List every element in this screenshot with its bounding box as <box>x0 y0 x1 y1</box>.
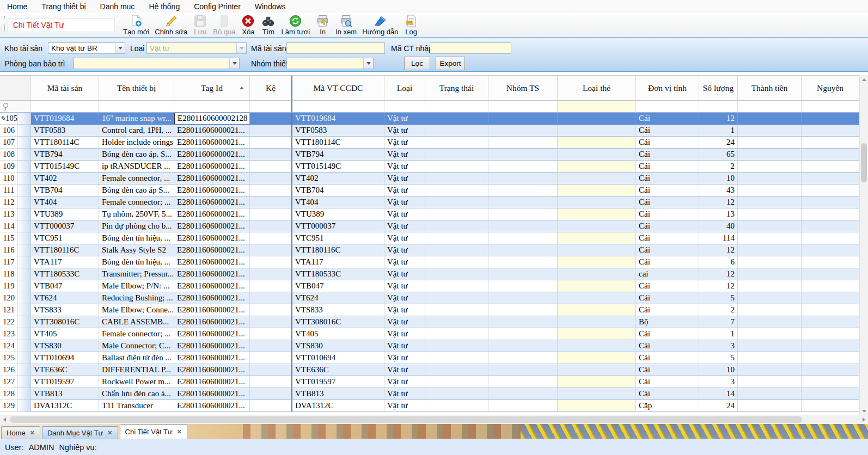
cell-nhom-ts[interactable] <box>488 113 558 125</box>
cell-thanh-tien[interactable] <box>738 352 802 364</box>
table-row[interactable]: 128VTB813Chấn lưu đèn cao á...E280116060… <box>0 388 859 400</box>
cell-so-luong[interactable]: 6 <box>699 256 738 268</box>
chevron-down-icon[interactable] <box>115 43 125 53</box>
cell-nguyen[interactable] <box>802 220 859 232</box>
cell-loai-the[interactable] <box>558 340 636 352</box>
cell-trang-thai[interactable] <box>425 316 488 328</box>
cell-ten-thiet-bi[interactable]: Female connector, ... <box>99 173 174 185</box>
close-icon[interactable]: ✕ <box>30 429 35 436</box>
cell-ma-vt-ccdc[interactable]: VT404 <box>292 196 384 208</box>
column-header-nhom-ts[interactable]: Nhóm TS <box>488 76 558 101</box>
cell-nhom-ts[interactable] <box>488 173 558 185</box>
cell-thanh-tien[interactable] <box>738 328 802 340</box>
cell-ma-tai-san[interactable]: VT624 <box>31 292 99 304</box>
cell-loai-the[interactable] <box>558 364 636 376</box>
filter-cell-loai[interactable] <box>384 101 425 113</box>
cell-ten-thiet-bi[interactable]: Male Elbow; Conne... <box>99 304 174 316</box>
cell-loai[interactable]: Vật tư <box>384 376 425 388</box>
cell-nguyen[interactable] <box>802 232 859 244</box>
cell-so-luong[interactable]: 3 <box>699 376 738 388</box>
close-icon[interactable]: ✕ <box>107 429 112 436</box>
cell-on-vi-tinh[interactable]: Cái <box>636 196 699 208</box>
cell-on-vi-tinh[interactable]: Cái <box>636 232 699 244</box>
horizontal-scrollbar[interactable] <box>0 415 868 424</box>
cell-thanh-tien[interactable] <box>738 196 802 208</box>
filter-cell-trang-thai[interactable] <box>425 101 488 113</box>
cell-loai[interactable]: Vật tư <box>384 232 425 244</box>
cell-tag-id[interactable]: E28011606000021... <box>174 173 250 185</box>
menu-item-home[interactable]: Home <box>0 1 34 13</box>
cell-ma-tai-san[interactable]: VTU389 <box>31 208 99 220</box>
cell-ke[interactable] <box>250 173 292 185</box>
cell-loai[interactable]: Vật tư <box>384 196 425 208</box>
cell-ke[interactable] <box>250 161 292 173</box>
cell-ma-tai-san[interactable]: VT405 <box>31 328 99 340</box>
cell-trang-thai[interactable] <box>425 400 488 412</box>
cell-nhom-ts[interactable] <box>488 388 558 400</box>
cell-thanh-tien[interactable] <box>738 149 802 161</box>
cell-so-luong[interactable]: 12 <box>699 113 738 125</box>
cell-tag-id[interactable]: E28011606000021... <box>174 400 250 412</box>
cell-thanh-tien[interactable] <box>738 137 802 149</box>
kho-tai-san-combo[interactable] <box>48 42 125 54</box>
cell-loai[interactable]: Vật tư <box>384 244 425 256</box>
table-row[interactable]: 118VTT180533CTransmitter; Pressur...E280… <box>0 268 859 280</box>
cell-ke[interactable] <box>250 376 292 388</box>
cell-on-vi-tinh[interactable]: Cặp <box>636 400 699 412</box>
cell-tag-id[interactable]: E28011606000021... <box>174 352 250 364</box>
cell-trang-thai[interactable] <box>425 364 488 376</box>
cell-on-vi-tinh[interactable]: Cái <box>636 244 699 256</box>
cell-trang-thai[interactable] <box>425 232 488 244</box>
cell-loai[interactable]: Vật tư <box>384 304 425 316</box>
cell-nhom-ts[interactable] <box>488 208 558 220</box>
cell-ten-thiet-bi[interactable]: DIFFERENTIAL P... <box>99 364 174 376</box>
filter-cell-nguyen[interactable] <box>802 101 859 113</box>
cell-ke[interactable] <box>250 208 292 220</box>
cell-trang-thai[interactable] <box>425 292 488 304</box>
cell-trang-thai[interactable] <box>425 125 488 137</box>
cell-nguyen[interactable] <box>802 376 859 388</box>
cell-on-vi-tinh[interactable]: Cái <box>636 388 699 400</box>
cell-nguyen[interactable] <box>802 340 859 352</box>
cell-ke[interactable] <box>250 268 292 280</box>
table-row[interactable]: 126VTE636CDIFFERENTIAL P...E280116060000… <box>0 364 859 376</box>
cell-loai[interactable]: Vật tư <box>384 137 425 149</box>
column-header-loai[interactable]: Loại <box>384 76 425 101</box>
table-row[interactable]: 119VTB047Male Elbow; P/N: ...E2801160600… <box>0 280 859 292</box>
filter-cell-ke[interactable] <box>250 101 292 113</box>
cell-on-vi-tinh[interactable]: Cái <box>636 137 699 149</box>
cell-thanh-tien[interactable] <box>738 304 802 316</box>
cell-loai[interactable]: Vật tư <box>384 125 425 137</box>
cell-loai-the[interactable] <box>558 400 636 412</box>
cell-tag-id[interactable]: E28011606000021... <box>174 125 250 137</box>
cell-thanh-tien[interactable] <box>738 364 802 376</box>
loc-button[interactable]: Lọc <box>404 57 430 70</box>
filter-cell-so-luong[interactable] <box>699 101 738 113</box>
cell-so-luong[interactable]: 5 <box>699 352 738 364</box>
cell-so-luong[interactable]: 12 <box>699 196 738 208</box>
cell-thanh-tien[interactable] <box>738 244 802 256</box>
cell-ten-thiet-bi[interactable]: Holder include orings <box>99 137 174 149</box>
cell-ma-tai-san[interactable]: VTS830 <box>31 340 99 352</box>
cell-on-vi-tinh[interactable]: Cái <box>636 292 699 304</box>
cell-ke[interactable] <box>250 400 292 412</box>
cell-tag-id[interactable]: E28011606000021... <box>174 364 250 376</box>
cell-loai-the[interactable] <box>558 352 636 364</box>
toolbar-button-in[interactable]: In <box>313 13 333 36</box>
cell-trang-thai[interactable] <box>425 137 488 149</box>
cell-ma-vt-ccdc[interactable]: VTT019684 <box>292 113 384 125</box>
cell-ma-vt-ccdc[interactable]: VTB813 <box>292 388 384 400</box>
cell-loai-the[interactable] <box>558 125 636 137</box>
cell-ma-tai-san[interactable]: VTT019597 <box>31 376 99 388</box>
cell-so-luong[interactable]: 7 <box>699 316 738 328</box>
cell-trang-thai[interactable] <box>425 208 488 220</box>
cell-ke[interactable] <box>250 388 292 400</box>
cell-ma-tai-san[interactable]: VTB813 <box>31 388 99 400</box>
cell-nhom-ts[interactable] <box>488 149 558 161</box>
vertical-scroll-thumb[interactable] <box>861 143 867 182</box>
cell-thanh-tien[interactable] <box>738 292 802 304</box>
cell-loai[interactable]: Vật tư <box>384 268 425 280</box>
cell-ma-tai-san[interactable]: VTT308016C <box>31 316 99 328</box>
cell-thanh-tien[interactable] <box>738 376 802 388</box>
cell-nguyen[interactable] <box>802 268 859 280</box>
